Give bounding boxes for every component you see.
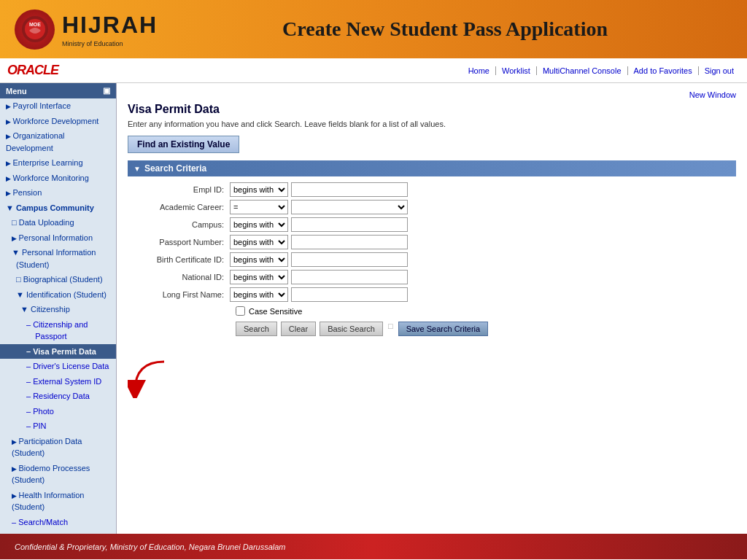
- search-button[interactable]: Search: [236, 322, 277, 336]
- sidebar-item-citizenship[interactable]: ▼ Citizenship: [0, 302, 116, 317]
- passport-label: Passport Number:: [128, 238, 230, 246]
- sidebar-item-health[interactable]: Health Information (Student): [0, 488, 116, 515]
- sidebar-item-payroll[interactable]: Payroll Interface: [0, 98, 116, 114]
- sidebar-item-workforce-dev[interactable]: Workforce Development: [0, 114, 116, 129]
- academic-career-row: Academic Career: = begins with contains …: [128, 200, 736, 214]
- sidebar-toggle[interactable]: ▣: [103, 86, 110, 96]
- campus-row: Campus: begins with = contains: [128, 217, 736, 232]
- empl-id-row: Empl ID: begins with = contains: [128, 182, 736, 197]
- passport-input[interactable]: [291, 235, 408, 249]
- logo-sub: Ministry of Education: [62, 40, 158, 47]
- sidebar-item-enterprise[interactable]: Enterprise Learning: [0, 155, 116, 171]
- search-criteria-header: ▼ Search Criteria: [128, 160, 736, 176]
- menu-label: Menu: [6, 87, 27, 96]
- logo-text: HIJRAH: [62, 12, 158, 39]
- academic-career-select[interactable]: Undergraduate Graduate: [291, 200, 408, 214]
- page-title-header: Create New Student Pass Application: [158, 18, 732, 41]
- sidebar-item-identification[interactable]: ▼ Identification (Student): [0, 287, 116, 303]
- logo-area: MOE HIJRAH Ministry of Education: [15, 9, 158, 50]
- birth-cert-operator[interactable]: begins with = contains: [230, 252, 288, 267]
- case-sensitive-label: Case Sensitive: [249, 307, 302, 316]
- sidebar-item-external[interactable]: – External System ID: [0, 374, 116, 389]
- new-window-link[interactable]: New Window: [128, 90, 736, 99]
- sidebar: Menu ▣ Payroll Interface Workforce Devel…: [0, 83, 117, 534]
- sidebar-item-search-match-int[interactable]: – Search/Match Integrated: [0, 529, 116, 534]
- sidebar-item-org-dev[interactable]: Organizational Development: [0, 128, 116, 155]
- svg-text:MOE: MOE: [29, 22, 41, 27]
- empl-id-input[interactable]: [291, 182, 408, 197]
- header: MOE HIJRAH Ministry of Education Create …: [0, 0, 747, 58]
- academic-career-label: Academic Career:: [128, 203, 230, 211]
- clear-button[interactable]: Clear: [281, 322, 316, 336]
- nav-add-favorites[interactable]: Add to Favorites: [628, 66, 699, 75]
- sidebar-item-campus-community[interactable]: ▼ Campus Community: [0, 201, 116, 216]
- campus-operator[interactable]: begins with = contains: [230, 217, 288, 232]
- case-sensitive-checkbox[interactable]: [236, 306, 245, 316]
- sidebar-item-drivers[interactable]: – Driver's License Data: [0, 359, 116, 374]
- sidebar-title: Menu ▣: [0, 83, 116, 98]
- national-id-input[interactable]: [291, 270, 408, 284]
- footer-text: Confidential & Proprietary, Ministry of …: [15, 542, 286, 551]
- logo-icon: MOE: [15, 9, 55, 50]
- oracle-logo: ORACLE: [7, 63, 58, 78]
- triangle-icon: ▼: [133, 165, 141, 173]
- empl-id-label: Empl ID:: [128, 185, 230, 194]
- content-area: New Window Visa Permit Data Enter any in…: [117, 83, 747, 534]
- search-criteria-label: Search Criteria: [144, 163, 206, 174]
- sidebar-item-participation[interactable]: Participation Data (Student): [0, 434, 116, 461]
- find-existing-button[interactable]: Find an Existing Value: [128, 136, 239, 153]
- sidebar-item-committees-sub[interactable]: – Search/Match: [0, 515, 116, 530]
- instructions: Enter any information you have and click…: [128, 120, 736, 128]
- sidebar-item-biographical[interactable]: □ Biographical (Student): [0, 272, 116, 287]
- sidebar-item-personal-info-student[interactable]: ▼ Personal Information (Student): [0, 245, 116, 272]
- save-search-criteria-button[interactable]: Save Search Criteria: [398, 322, 489, 336]
- long-first-name-operator[interactable]: begins with = contains: [230, 287, 288, 302]
- campus-label: Campus:: [128, 220, 230, 229]
- logo-text-area: HIJRAH Ministry of Education: [62, 12, 158, 47]
- page-heading: Visa Permit Data: [128, 103, 736, 116]
- footer: Confidential & Proprietary, Ministry of …: [0, 534, 747, 559]
- birth-cert-input[interactable]: [291, 252, 408, 267]
- sidebar-item-data-uploading[interactable]: □ Data Uploading: [0, 215, 116, 230]
- sidebar-item-workforce-mon[interactable]: Workforce Monitoring: [0, 171, 116, 186]
- sidebar-item-visa-permit[interactable]: – Visa Permit Data: [0, 344, 116, 359]
- nav-multichannel[interactable]: MultiChannel Console: [537, 66, 628, 75]
- sidebar-item-residency[interactable]: – Residency Data: [0, 389, 116, 404]
- top-nav: Home Worklist MultiChannel Console Add t…: [462, 66, 740, 75]
- passport-row: Passport Number: begins with = contains: [128, 235, 736, 249]
- sidebar-item-pension[interactable]: Pension: [0, 185, 116, 201]
- passport-operator[interactable]: begins with = contains: [230, 235, 288, 249]
- oracle-bar: ORACLE Home Worklist MultiChannel Consol…: [0, 58, 747, 83]
- sidebar-item-pin[interactable]: – PIN: [0, 419, 116, 434]
- academic-career-operator[interactable]: = begins with contains: [230, 200, 288, 214]
- national-id-operator[interactable]: begins with = contains: [230, 270, 288, 284]
- long-first-name-input[interactable]: [291, 287, 408, 302]
- main-layout: Menu ▣ Payroll Interface Workforce Devel…: [0, 83, 747, 534]
- birth-cert-row: Birth Certificate ID: begins with = cont…: [128, 252, 736, 267]
- sidebar-item-photo[interactable]: – Photo: [0, 404, 116, 419]
- campus-input[interactable]: [291, 217, 408, 232]
- nav-sign-out[interactable]: Sign out: [699, 66, 740, 75]
- sidebar-item-biodemo[interactable]: Biodemo Processes (Student): [0, 461, 116, 488]
- national-id-row: National ID: begins with = contains: [128, 270, 736, 284]
- case-sensitive-row: Case Sensitive: [128, 306, 736, 316]
- national-id-label: National ID:: [128, 273, 230, 281]
- nav-worklist[interactable]: Worklist: [496, 66, 537, 75]
- sidebar-item-personal-info[interactable]: Personal Information: [0, 230, 116, 246]
- annotation-arrow-svg: [128, 354, 171, 398]
- action-buttons: Search Clear Basic Search □ Save Search …: [128, 322, 736, 336]
- basic-search-button[interactable]: Basic Search: [320, 322, 383, 336]
- empl-id-operator[interactable]: begins with = contains: [230, 182, 288, 197]
- sidebar-item-citizenship-passport[interactable]: – Citizenship and Passport: [0, 317, 116, 344]
- divider: □: [388, 322, 393, 336]
- birth-cert-label: Birth Certificate ID:: [128, 255, 230, 264]
- nav-home[interactable]: Home: [462, 66, 496, 75]
- long-first-name-label: Long First Name:: [128, 290, 230, 299]
- long-first-name-row: Long First Name: begins with = contains: [128, 287, 736, 302]
